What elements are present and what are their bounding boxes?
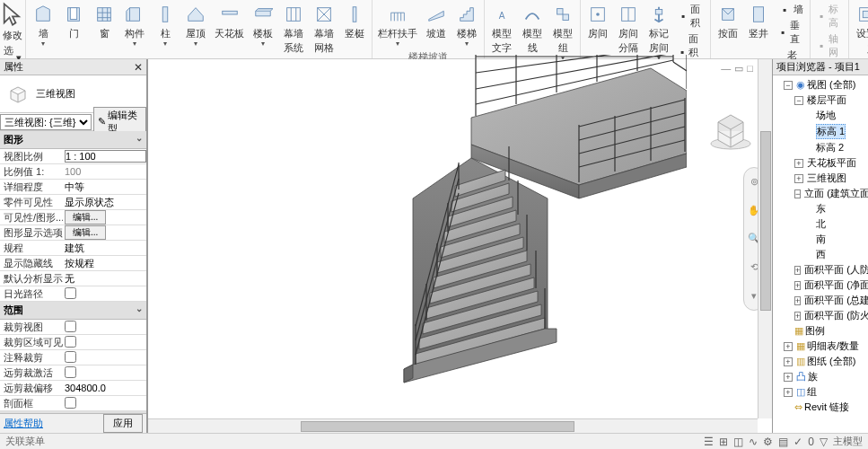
tree-elevation-item-3[interactable]: 西 bbox=[805, 247, 868, 262]
tree-sheets[interactable]: +▥图纸 (全部) bbox=[784, 354, 868, 369]
viewcube[interactable] bbox=[707, 104, 754, 151]
tree-ceilingplans[interactable]: +天花板平面 bbox=[794, 155, 868, 171]
type-selector-row: 三维视图: {三维} ✎编辑类型 bbox=[0, 113, 146, 131]
status-icon-4[interactable]: ∿ bbox=[749, 436, 758, 448]
status-icon-1[interactable]: ☰ bbox=[704, 436, 714, 448]
crop-visible-checkbox[interactable] bbox=[65, 336, 76, 348]
status-icon-6[interactable]: ▤ bbox=[778, 436, 788, 448]
anno-crop-checkbox[interactable] bbox=[65, 351, 76, 363]
ribbon-small-g-room-s-0[interactable]: ▪面积 bbox=[676, 2, 706, 31]
instance-selector[interactable]: 三维视图: {三维} bbox=[0, 114, 92, 130]
canvas-scrollbar-horizontal[interactable] bbox=[148, 418, 758, 433]
status-icon-7[interactable]: ✓ bbox=[793, 436, 802, 448]
cursor-icon[interactable] bbox=[0, 2, 25, 27]
ribbon-item-g-circ-2[interactable]: 楼梯▾ bbox=[453, 2, 480, 48]
tree-floorplan-item-2[interactable]: 标高 2 bbox=[805, 140, 868, 155]
ribbon-item-g-room-2[interactable]: 标记房间▾ bbox=[645, 2, 672, 63]
tree-elevations[interactable]: −立面 (建筑立面) bbox=[794, 186, 868, 201]
ribbon-item-g-build-0[interactable]: 墙▾ bbox=[30, 2, 57, 48]
cat-graphics[interactable]: 图形⌄ bbox=[0, 131, 146, 149]
restore-icon[interactable]: ▭ bbox=[734, 63, 743, 75]
ribbon-small-g-open-s-1[interactable]: ▪垂直 bbox=[776, 18, 806, 47]
status-icon-3[interactable]: ◫ bbox=[733, 436, 743, 448]
ribbon-item-g-build-10[interactable]: 竖梃 bbox=[341, 2, 368, 41]
tree-areaplan-0[interactable]: +面积平面 (人防分 bbox=[794, 262, 868, 277]
display-edit-button[interactable]: 编辑... bbox=[65, 225, 106, 240]
hidden-lines-value[interactable]: 按规程 bbox=[63, 257, 146, 270]
row-parts-vis: 零件可见性显示原状态 bbox=[0, 195, 146, 210]
crop-view-checkbox[interactable] bbox=[65, 321, 76, 332]
ribbon-item-g-build-7[interactable]: 楼板▾ bbox=[250, 2, 276, 48]
svg-rect-7 bbox=[162, 7, 168, 22]
ribbon-small-g-datum-1: ▪轴网 bbox=[814, 31, 845, 60]
vg-edit-button[interactable]: 编辑... bbox=[65, 210, 106, 224]
cat-extents[interactable]: 范围⌄ bbox=[0, 302, 146, 320]
ribbon-item-g-circ-1[interactable]: 坡道 bbox=[423, 2, 450, 41]
ribbon-item-g-room-0[interactable]: 房间 bbox=[584, 2, 611, 63]
tree-floorplans[interactable]: −楼层平面 bbox=[794, 92, 868, 108]
row-sun-path: 日光路径 bbox=[0, 286, 146, 302]
ribbon-item-g-room-1[interactable]: 房间分隔 bbox=[615, 2, 642, 63]
properties-help-link[interactable]: 属性帮助 bbox=[0, 417, 103, 430]
row-far-clip-offset: 远剪裁偏移304800.0 bbox=[0, 381, 146, 396]
status-icon-2[interactable]: ⊞ bbox=[719, 436, 728, 448]
svg-rect-9 bbox=[287, 8, 301, 22]
drawing-canvas[interactable]: — ▭ □ ✕ ⊚ ✋ 🔍 ⟲ ▾ bbox=[147, 59, 773, 433]
ribbon-item-g-build-3[interactable]: 构件▾ bbox=[121, 2, 148, 48]
ribbon-icon bbox=[31, 3, 55, 26]
tree-links[interactable]: ⇔Revit 链接 bbox=[784, 400, 868, 415]
ribbon-icon bbox=[62, 3, 85, 26]
tree-elevation-item-1[interactable]: 北 bbox=[805, 216, 868, 232]
ribbon-item-g-build-4[interactable]: 柱▾ bbox=[152, 2, 179, 48]
status-model-label[interactable]: 主模型 bbox=[833, 435, 863, 448]
discipline-value[interactable]: 建筑 bbox=[63, 242, 146, 255]
tree-families[interactable]: +凸族 bbox=[784, 369, 868, 384]
ribbon-item-g-open-0[interactable]: 按面 bbox=[715, 2, 741, 41]
tree-floorplan-item-0[interactable]: 场地 bbox=[805, 108, 868, 123]
ribbon-item-g-work-0[interactable]: 设置 bbox=[853, 2, 868, 41]
ribbon-item-g-build-6[interactable]: 天花板 bbox=[213, 2, 246, 41]
close-icon[interactable]: ✕ bbox=[134, 61, 143, 74]
nav-more-icon[interactable]: ▾ bbox=[751, 290, 757, 302]
canvas-scrollbar-vertical[interactable] bbox=[758, 59, 772, 418]
ribbon-item-g-build-9[interactable]: 幕墙网格 bbox=[311, 2, 338, 56]
ribbon-item-g-circ-0[interactable]: 栏杆扶手▾ bbox=[376, 2, 419, 48]
row-anno-crop: 注释裁剪 bbox=[0, 350, 146, 365]
tree-areaplan-2[interactable]: +面积平面 (总建筑 bbox=[794, 293, 868, 308]
ribbon-item-g-model-2[interactable]: 模型组▾ bbox=[549, 2, 576, 63]
ribbon-item-g-build-2[interactable]: 窗 bbox=[91, 2, 118, 41]
maximize-icon[interactable]: □ bbox=[747, 63, 753, 75]
detail-level-value[interactable]: 中等 bbox=[63, 180, 146, 194]
tree-views[interactable]: −◉视图 (全部) bbox=[784, 77, 868, 92]
modify-label[interactable]: 修改 bbox=[3, 29, 22, 42]
tree-schedules[interactable]: +▦明细表/数量 bbox=[784, 339, 868, 354]
status-icon-8[interactable]: 0 bbox=[808, 436, 814, 448]
apply-button[interactable]: 应用 bbox=[103, 414, 143, 433]
properties-title: 属性 bbox=[4, 60, 23, 74]
tree-elevation-item-2[interactable]: 南 bbox=[805, 232, 868, 247]
tree-groups[interactable]: +◫组 bbox=[784, 384, 868, 400]
status-icon-5[interactable]: ⚙ bbox=[763, 436, 773, 448]
ribbon-small-g-open-s-0[interactable]: ▪墙 bbox=[776, 2, 806, 17]
ribbon-item-g-model-1[interactable]: 模型线 bbox=[519, 2, 546, 56]
view-scale-input[interactable] bbox=[65, 150, 146, 163]
far-clip-checkbox[interactable] bbox=[65, 366, 76, 378]
tree-elevation-item-0[interactable]: 东 bbox=[805, 201, 868, 216]
minimize-icon[interactable]: — bbox=[721, 63, 731, 75]
tree-areaplan-1[interactable]: +面积平面 (净面积 bbox=[794, 277, 868, 293]
ribbon-item-g-model-0[interactable]: A模型文字 bbox=[488, 2, 515, 56]
sun-path-checkbox[interactable] bbox=[65, 287, 76, 299]
ribbon-item-g-build-1[interactable]: 门 bbox=[60, 2, 87, 41]
status-filter-icon[interactable]: ▽ bbox=[820, 436, 828, 448]
far-clip-offset-value[interactable]: 304800.0 bbox=[63, 383, 146, 393]
section-box-checkbox[interactable] bbox=[65, 397, 76, 409]
ribbon-item-g-build-5[interactable]: 屋顶▾ bbox=[182, 2, 209, 48]
parts-vis-value[interactable]: 显示原状态 bbox=[63, 196, 146, 209]
tree-areaplan-3[interactable]: +面积平面 (防火分 bbox=[794, 308, 868, 323]
ribbon-item-g-open-1[interactable]: 竖井 bbox=[745, 2, 772, 41]
tree-floorplan-item-1[interactable]: 标高 1 bbox=[805, 123, 868, 140]
analysis-disp-value[interactable]: 无 bbox=[63, 272, 146, 286]
tree-3dviews[interactable]: +三维视图 bbox=[794, 171, 868, 186]
ribbon-item-g-build-8[interactable]: 幕墙系统 bbox=[280, 2, 307, 56]
tree-legends[interactable]: ▦图例 bbox=[784, 323, 868, 339]
